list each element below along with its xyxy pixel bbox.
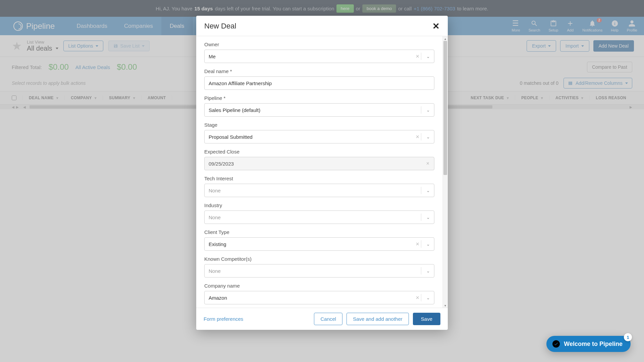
industry-value: None: [209, 215, 221, 220]
close-icon[interactable]: ✕: [432, 22, 440, 31]
modal-header: New Deal ✕: [196, 16, 448, 36]
chevron-down-icon: ⌄: [426, 215, 430, 220]
clear-icon[interactable]: ×: [426, 161, 429, 167]
pipeline-label: Pipeline *: [204, 95, 434, 101]
check-circle-icon: [552, 340, 560, 348]
separator: [421, 53, 421, 60]
stage-select[interactable]: Proposal Submitted × ⌄: [204, 130, 434, 143]
chevron-down-icon: ⌄: [426, 242, 430, 247]
scroll-up-icon[interactable]: ▴: [443, 36, 448, 41]
industry-label: Industry: [204, 202, 434, 208]
client-type-select[interactable]: Existing × ⌄: [204, 237, 434, 251]
clear-icon[interactable]: ×: [416, 53, 419, 60]
scroll-down-icon[interactable]: ▾: [443, 303, 448, 308]
chevron-down-icon: ⌄: [426, 188, 430, 193]
modal-footer: Form preferences Cancel Save and add ano…: [196, 308, 448, 330]
modal-scrollbar[interactable]: ▴ ▾: [442, 36, 448, 308]
chevron-down-icon: ⌄: [426, 108, 430, 113]
deal-name-label: Deal name *: [204, 68, 434, 74]
known-competitors-label: Known Competitor(s): [204, 256, 434, 262]
chevron-down-icon: ⌄: [426, 54, 430, 59]
separator: [421, 294, 421, 301]
expected-close-input[interactable]: 09/25/2023 ×: [204, 157, 434, 170]
client-type-label: Client Type: [204, 229, 434, 235]
industry-select[interactable]: None ⌄: [204, 210, 434, 224]
welcome-badge: 1: [624, 333, 632, 341]
modal-title: New Deal: [204, 22, 236, 31]
welcome-text: Welcome to Pipeline: [564, 341, 623, 348]
chevron-down-icon: ⌄: [426, 295, 430, 300]
save-button[interactable]: Save: [413, 313, 440, 325]
separator: [421, 106, 421, 114]
save-and-add-another-button[interactable]: Save and add another: [346, 313, 409, 325]
scroll-thumb[interactable]: [443, 41, 447, 175]
expected-close-label: Expected Close: [204, 149, 434, 155]
tech-interest-select[interactable]: None ⌄: [204, 184, 434, 197]
company-name-label: Company name: [204, 283, 434, 289]
new-deal-modal: New Deal ✕ Owner Me × ⌄ Deal name * Pipe…: [196, 16, 448, 330]
client-type-value: Existing: [209, 241, 226, 247]
form-preferences-link[interactable]: Form preferences: [204, 316, 243, 322]
modal-body: Owner Me × ⌄ Deal name * Pipeline * Sale…: [196, 36, 442, 308]
owner-select[interactable]: Me × ⌄: [204, 50, 434, 63]
stage-label: Stage: [204, 122, 434, 128]
clear-icon[interactable]: ×: [416, 294, 419, 301]
expected-close-value: 09/25/2023: [209, 161, 234, 167]
company-name-select[interactable]: Amazon × ⌄: [204, 291, 434, 304]
pipeline-select[interactable]: Sales Pipeline (default) ⌄: [204, 103, 434, 117]
separator: [421, 187, 421, 194]
tech-interest-label: Tech Interest: [204, 176, 434, 181]
pipeline-value: Sales Pipeline (default): [209, 107, 260, 113]
known-competitors-value: None: [209, 268, 221, 274]
owner-label: Owner: [204, 42, 434, 47]
separator: [421, 240, 421, 248]
separator: [421, 133, 421, 140]
deal-name-input[interactable]: [204, 76, 434, 90]
cancel-button[interactable]: Cancel: [314, 313, 342, 325]
stage-value: Proposal Submitted: [209, 134, 253, 140]
known-competitors-select[interactable]: None ⌄: [204, 264, 434, 278]
welcome-pill[interactable]: Welcome to Pipeline 1: [546, 336, 631, 352]
owner-value: Me: [209, 54, 216, 59]
clear-icon[interactable]: ×: [416, 133, 419, 140]
tech-interest-value: None: [209, 188, 221, 193]
company-name-value: Amazon: [209, 295, 227, 301]
separator: [421, 214, 421, 221]
clear-icon[interactable]: ×: [416, 241, 419, 248]
chevron-down-icon: ⌄: [426, 268, 430, 274]
separator: [421, 267, 421, 275]
chevron-down-icon: ⌄: [426, 134, 430, 139]
